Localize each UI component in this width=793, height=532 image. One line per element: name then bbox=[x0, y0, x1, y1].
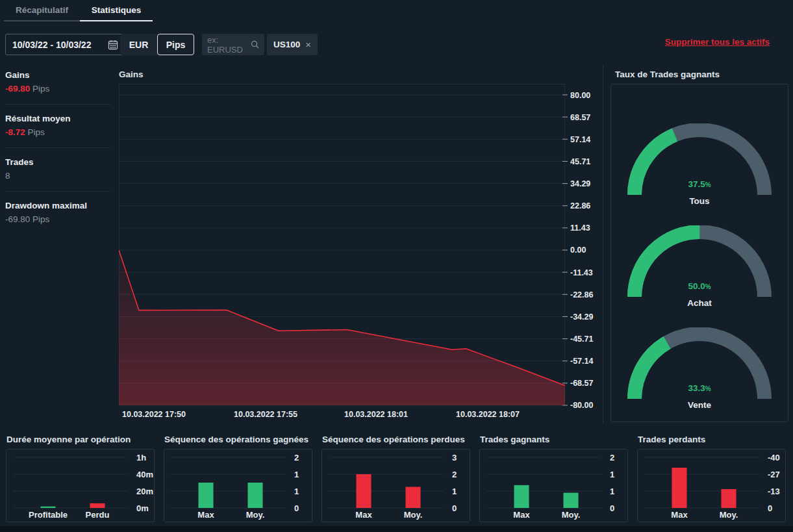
mini-chart-plot: 0m20m40m1hProfitablePerdu bbox=[6, 449, 155, 522]
gauge-achat: 50.0%Achat bbox=[627, 225, 772, 316]
bar-moy bbox=[564, 493, 579, 508]
gains-plot-svg: 80.0068.5757.1445.7134.2922.8611.430.00-… bbox=[119, 84, 604, 424]
stat-label: Gains bbox=[5, 70, 110, 80]
category-label: Perdu bbox=[86, 510, 110, 520]
y-axis-label: 34.29 bbox=[570, 179, 590, 188]
gauge-value: 37.5% bbox=[627, 179, 772, 189]
asset-chip-us100: US100 × bbox=[267, 34, 318, 55]
stat-trades: Trades 8 bbox=[5, 148, 110, 192]
date-range-input[interactable]: 10/03/22 - 10/03/22 bbox=[5, 34, 125, 55]
y-axis-label: -68.57 bbox=[570, 379, 593, 388]
y-axis-label: 2 bbox=[452, 470, 457, 479]
mini-chart-duree: Durée moyenne par opération 0m20m40m1hPr… bbox=[6, 435, 155, 522]
y-axis-label: 0 bbox=[768, 503, 772, 513]
x-axis-label: 10.03.2022 17:55 bbox=[234, 410, 297, 419]
bar-perdu bbox=[90, 503, 105, 508]
remove-asset-icon[interactable]: × bbox=[305, 39, 311, 50]
pane-divider bbox=[603, 65, 603, 424]
category-label: Moy. bbox=[246, 510, 265, 520]
x-axis-label: 10.03.2022 17:50 bbox=[122, 410, 186, 419]
y-axis-label: 20m bbox=[136, 487, 153, 496]
mini-chart-trades-gagnants: Trades gagnants 0112MaxMoy. bbox=[479, 435, 628, 522]
stat-value: -8.72 bbox=[5, 127, 25, 137]
category-label: Profitable bbox=[29, 510, 68, 520]
mini-chart-seq-gagnees: Séquence des opérations gagnées 0112MaxM… bbox=[164, 435, 312, 522]
stat-label: Résultat moyen bbox=[5, 114, 110, 123]
y-axis-label: 0 bbox=[294, 503, 299, 513]
y-axis-label: -11.43 bbox=[570, 268, 593, 277]
stat-label: Drawdown maximal bbox=[5, 201, 110, 210]
gauge-value: 33.3% bbox=[627, 383, 772, 393]
unit-pips-button[interactable]: Pips bbox=[157, 34, 194, 55]
gauge-label: Vente bbox=[627, 400, 772, 410]
mini-chart-plot: 0112MaxMoy. bbox=[479, 449, 628, 522]
stat-value: -69.80 bbox=[5, 84, 30, 94]
y-axis-label: 1 bbox=[294, 470, 299, 479]
stat-value: -69.80 bbox=[5, 214, 30, 224]
y-axis-label: -22.86 bbox=[570, 290, 593, 299]
gauge-label: Tous bbox=[627, 196, 772, 206]
category-label: Max bbox=[513, 510, 530, 520]
category-label: Moy. bbox=[720, 510, 738, 520]
mini-bar-svg: 0-13-27-40MaxMoy. bbox=[638, 450, 785, 522]
gains-chart: 80.0068.5757.1445.7134.2922.8611.430.00-… bbox=[119, 84, 604, 424]
tab-statistiques[interactable]: Statistiques bbox=[80, 0, 153, 21]
category-label: Moy. bbox=[404, 510, 423, 520]
clear-assets-link[interactable]: Supprimer tous les actifs bbox=[665, 37, 770, 47]
y-axis-label: -45.71 bbox=[570, 335, 593, 344]
y-axis-label: -13 bbox=[768, 487, 780, 496]
y-axis-label: 0 bbox=[452, 503, 457, 513]
gauge-tous: 37.5%Tous bbox=[627, 123, 772, 214]
mini-bar-svg: 0112MaxMoy. bbox=[164, 450, 312, 522]
bar-moy bbox=[406, 487, 421, 509]
mini-chart-plot: 0123MaxMoy. bbox=[321, 449, 470, 522]
stats-sidebar: Gains -69.80 Pips Résultat moyen -8.72 P… bbox=[5, 65, 110, 234]
winrate-panel: 37.5%Tous50.0%Achat33.3%Vente bbox=[610, 84, 788, 422]
x-axis-label: 10.03.2022 18:01 bbox=[344, 410, 408, 419]
bar-moy bbox=[722, 489, 736, 508]
y-axis-label: 2 bbox=[294, 453, 299, 462]
mini-chart-seq-perdues: Séquence des opérations perdues 0123MaxM… bbox=[321, 435, 470, 522]
stat-unit: Pips bbox=[32, 84, 49, 94]
y-axis-label: 40m bbox=[136, 470, 153, 479]
y-axis-label: 45.71 bbox=[570, 157, 590, 166]
stat-unit: Pips bbox=[32, 214, 49, 224]
stat-gains: Gains -69.80 Pips bbox=[5, 65, 110, 105]
stat-resultat-moyen: Résultat moyen -8.72 Pips bbox=[5, 105, 110, 148]
bottom-strip bbox=[0, 526, 793, 532]
y-axis-label: 1 bbox=[610, 470, 614, 479]
y-axis-label: 0.00 bbox=[570, 246, 586, 255]
calendar-icon bbox=[108, 40, 118, 50]
gains-area-fill bbox=[119, 250, 565, 405]
winrate-panel-title: Taux de Trades gagnants bbox=[615, 70, 720, 79]
mini-chart-title: Séquence des opérations gagnées bbox=[164, 435, 312, 444]
category-label: Moy. bbox=[562, 510, 581, 520]
currency-eur-button[interactable]: EUR bbox=[120, 34, 157, 55]
category-label: Max bbox=[671, 510, 688, 520]
y-axis-label: 1 bbox=[610, 487, 614, 496]
asset-chip-label: US100 bbox=[273, 40, 300, 49]
category-label: Max bbox=[197, 510, 214, 520]
y-axis-label: 3 bbox=[452, 453, 457, 462]
y-axis-label: 68.57 bbox=[570, 113, 590, 122]
y-axis-label: -80.00 bbox=[570, 401, 593, 410]
y-axis-label: 1 bbox=[452, 487, 457, 496]
symbol-search-input[interactable]: ex: EURUSD bbox=[202, 34, 264, 55]
mini-chart-title: Durée moyenne par opération bbox=[6, 435, 155, 444]
mini-chart-title: Trades gagnants bbox=[480, 435, 628, 444]
mini-chart-plot: 0-13-27-40MaxMoy. bbox=[637, 449, 786, 522]
gains-chart-title: Gains bbox=[119, 70, 144, 79]
stat-value: 8 bbox=[5, 171, 10, 181]
bar-max bbox=[357, 474, 371, 508]
gauge-vente: 33.3%Vente bbox=[627, 327, 772, 418]
tab-recapitulatif[interactable]: Récapitulatif bbox=[4, 0, 80, 21]
bar-profitable bbox=[41, 507, 56, 508]
y-axis-label: 2 bbox=[610, 453, 614, 462]
y-axis-label: -57.14 bbox=[570, 357, 593, 366]
trading-stats-page: { "colors": { "red": "#ed2d3b", "green":… bbox=[0, 0, 793, 532]
bar-max bbox=[672, 468, 687, 508]
gauge-value: 50.0% bbox=[627, 281, 772, 291]
mini-chart-title: Séquence des opérations perdues bbox=[322, 435, 470, 444]
bar-max bbox=[514, 485, 529, 508]
y-axis-label: 11.43 bbox=[570, 223, 590, 233]
